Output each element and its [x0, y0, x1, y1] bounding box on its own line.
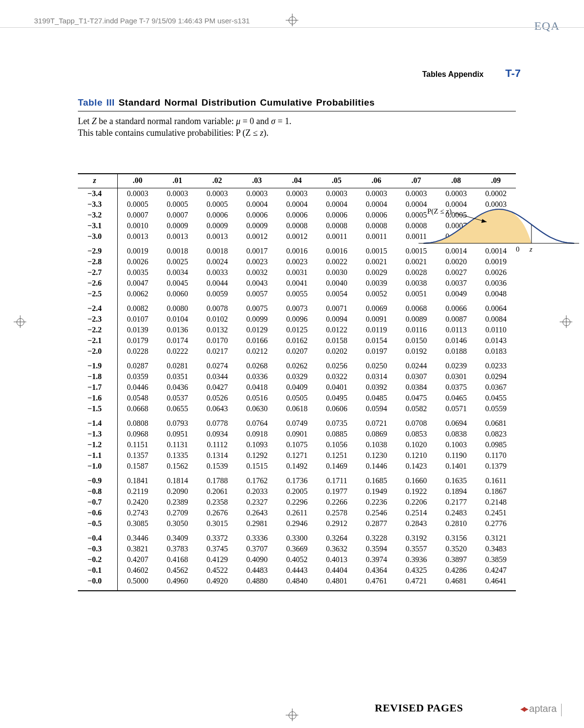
z-cell: 0.0004	[317, 199, 357, 210]
col-header: .07	[396, 174, 436, 188]
z-row-label: −2.5	[78, 289, 117, 303]
z-cell: 0.2451	[476, 508, 516, 518]
z-cell: 0.0038	[396, 278, 436, 289]
z-cell: 0.2483	[436, 508, 476, 518]
z-row-label: −0.6	[78, 508, 117, 518]
z-cell: 0.4960	[158, 576, 198, 591]
z-cell: 0.0008	[357, 220, 397, 231]
z-cell: 0.3557	[396, 544, 436, 554]
z-cell: 0.0150	[396, 335, 436, 346]
z-cell: 0.0089	[396, 314, 436, 325]
z-cell: 0.1492	[277, 461, 317, 475]
z-cell: 0.1131	[158, 439, 198, 450]
z-cell: 0.0066	[436, 303, 476, 314]
table-row: −2.80.00260.00250.00240.00230.00230.0022…	[78, 256, 516, 267]
z-cell: 0.2709	[158, 508, 198, 518]
z-cell: 0.0035	[117, 267, 157, 278]
z-cell: 0.0359	[117, 371, 157, 382]
z-cell: 0.1230	[357, 450, 397, 461]
z-cell: 0.3783	[158, 544, 198, 554]
z-row-label: −3.3	[78, 199, 117, 210]
z-cell: 0.1711	[317, 475, 357, 486]
z-cell: 0.0002	[476, 188, 516, 199]
z-cell: 0.0485	[357, 393, 397, 403]
z-cell: 0.3745	[197, 544, 237, 554]
z-cell: 0.1112	[197, 439, 237, 450]
z-cell: 0.0322	[317, 371, 357, 382]
page-folio: T-7	[505, 67, 521, 80]
z-cell: 0.0087	[436, 314, 476, 325]
z-cell: 0.1788	[197, 475, 237, 486]
z-cell: 0.4443	[277, 565, 317, 576]
z-cell: 0.1539	[197, 461, 237, 475]
z-cell: 0.0630	[237, 403, 277, 418]
col-header: .02	[197, 174, 237, 188]
z-cell: 0.1170	[476, 450, 516, 461]
z-cell: 0.0021	[357, 256, 397, 267]
table-row: −1.00.15870.15620.15390.15150.14920.1469…	[78, 461, 516, 475]
z-cell: 0.0793	[158, 418, 198, 429]
z-cell: 0.0016	[277, 246, 317, 256]
z-cell: 0.4364	[357, 565, 397, 576]
z-cell: 0.4522	[197, 565, 237, 576]
table-row: −0.30.38210.37830.37450.37070.36690.3632…	[78, 544, 516, 554]
z-cell: 0.0011	[317, 231, 357, 246]
z-cell: 0.0139	[117, 325, 157, 335]
z-cell: 0.0009	[158, 220, 198, 231]
footer-vendor: ◂▸aptara	[520, 703, 557, 714]
z-cell: 0.0136	[158, 325, 198, 335]
z-cell: 0.3409	[158, 533, 198, 544]
z-cell: 0.0003	[277, 188, 317, 199]
z-cell: 0.0548	[117, 393, 157, 403]
z-cell: 0.0336	[237, 371, 277, 382]
z-cell: 0.4052	[277, 554, 317, 565]
z-cell: 0.3707	[237, 544, 277, 554]
z-cell: 0.2327	[237, 497, 277, 508]
z-row-label: −1.7	[78, 382, 117, 393]
z-cell: 0.1587	[117, 461, 157, 475]
z-cell: 0.0132	[197, 325, 237, 335]
z-cell: 0.0037	[436, 278, 476, 289]
z-cell: 0.0116	[396, 325, 436, 335]
z-cell: 0.2676	[197, 508, 237, 518]
z-cell: 0.0003	[357, 188, 397, 199]
registration-mark-icon	[286, 14, 298, 26]
z-cell: 0.0174	[158, 335, 198, 346]
z-cell: 0.0446	[117, 382, 157, 393]
z-cell: 0.0064	[476, 303, 516, 314]
z-cell: 0.1841	[117, 475, 157, 486]
z-cell: 0.0003	[436, 188, 476, 199]
z-cell: 0.0183	[476, 346, 516, 361]
z-cell: 0.0009	[197, 220, 237, 231]
z-cell: 0.4286	[436, 565, 476, 576]
z-cell: 0.0102	[197, 314, 237, 325]
col-header: .00	[117, 174, 157, 188]
z-cell: 0.4562	[158, 565, 198, 576]
z-cell: 0.4721	[396, 576, 436, 591]
z-cell: 0.2546	[357, 508, 397, 518]
z-cell: 0.2266	[317, 497, 357, 508]
z-cell: 0.0013	[158, 231, 198, 246]
footer-rule	[561, 704, 562, 716]
z-cell: 0.4247	[476, 565, 516, 576]
z-cell: 0.0008	[277, 220, 317, 231]
z-cell: 0.0655	[158, 403, 198, 418]
z-row-label: −3.4	[78, 188, 117, 199]
z-cell: 0.0239	[436, 361, 476, 371]
table-row: −2.10.01790.01740.01700.01660.01620.0158…	[78, 335, 516, 346]
z-cell: 0.0104	[158, 314, 198, 325]
z-cell: 0.0052	[357, 289, 397, 303]
z-cell: 0.3192	[396, 533, 436, 544]
z-cell: 0.0021	[396, 256, 436, 267]
table-row: −1.60.05480.05370.05260.05160.05050.0495…	[78, 393, 516, 403]
z-cell: 0.0012	[237, 231, 277, 246]
z-cell: 0.0643	[197, 403, 237, 418]
z-row-label: −2.8	[78, 256, 117, 267]
z-row-label: −2.2	[78, 325, 117, 335]
z-cell: 0.1314	[197, 450, 237, 461]
z-cell: 0.0045	[158, 278, 198, 289]
z-cell: 0.4129	[197, 554, 237, 565]
content: Table III Standard Normal Distribution C…	[78, 97, 516, 591]
z-cell: 0.0392	[357, 382, 397, 393]
table-row: −2.70.00350.00340.00330.00320.00310.0030…	[78, 267, 516, 278]
